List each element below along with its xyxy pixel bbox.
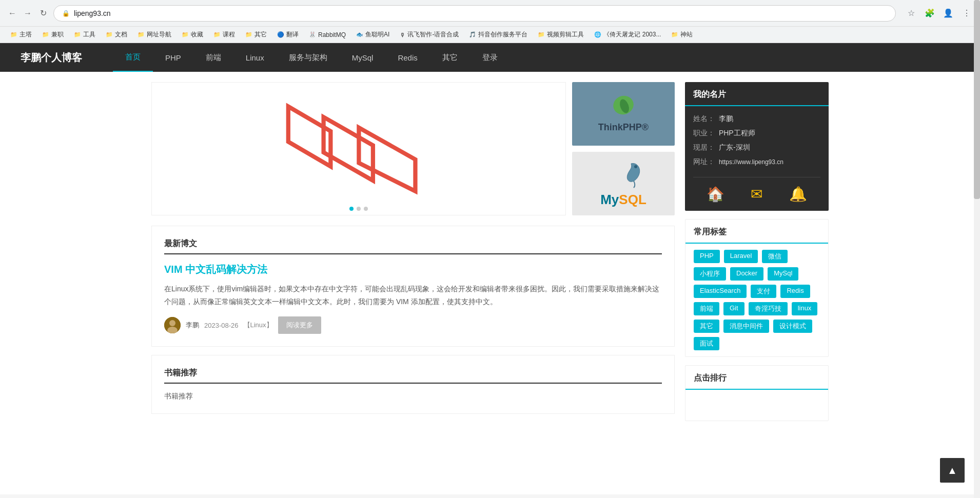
nav-linux[interactable]: Linux: [233, 43, 277, 72]
website-row: 网址： https://www.lipeng93.cn: [693, 157, 820, 167]
tag-laravel[interactable]: Laravel: [724, 250, 758, 263]
url-text: lipeng93.cn: [74, 9, 887, 17]
bookmark-kecheng[interactable]: 📁 课程: [209, 29, 239, 40]
site-logo[interactable]: 李鹏个人博客: [21, 51, 82, 65]
back-button[interactable]: ←: [6, 7, 18, 19]
tag-miniprogram[interactable]: 小程序: [694, 267, 726, 281]
bookmark-gongju[interactable]: 📁 工具: [70, 29, 100, 40]
location-row: 现居： 广东-深圳: [693, 143, 820, 152]
read-more-button[interactable]: 阅读更多: [278, 316, 321, 334]
tag-interview[interactable]: 面试: [694, 337, 719, 350]
folder-icon: 📁: [213, 31, 221, 38]
tag-weixin[interactable]: 微信: [762, 250, 788, 263]
nav-links: 首页 PHP 前端 Linux 服务与架构 MySql Redis 其它 登录: [113, 43, 510, 72]
dot-3[interactable]: [364, 207, 368, 211]
folder-icon: 📁: [245, 31, 252, 38]
bookmark-wangzhi[interactable]: 📁 网址导航: [133, 29, 175, 40]
mysql-card[interactable]: MySQL: [572, 152, 675, 215]
mysql-orange: SQL: [619, 192, 646, 207]
site-nav: 李鹏个人博客 首页 PHP 前端 Linux 服务与架构 MySql Redis…: [0, 43, 980, 72]
tag-redis[interactable]: Redis: [780, 285, 810, 298]
dot-2[interactable]: [357, 207, 361, 211]
job-row: 职业： PHP工程师: [693, 129, 820, 138]
post-date: 2023-08-26: [204, 322, 239, 329]
back-to-top-button[interactable]: ▲: [940, 458, 965, 483]
folder-icon: 📁: [671, 31, 678, 38]
folder-icon: 📁: [182, 31, 189, 38]
tag-elasticsearch[interactable]: ElasticSearch: [694, 285, 747, 298]
tag-php[interactable]: PHP: [694, 250, 720, 263]
folder-icon: 📁: [42, 31, 49, 38]
nav-other[interactable]: 其它: [430, 43, 470, 72]
bookmark-video[interactable]: 📁 视频剪辑工具: [534, 29, 588, 40]
nav-home[interactable]: 首页: [113, 43, 153, 72]
bookmark-qita[interactable]: 📁 其它: [241, 29, 271, 40]
content-area: ThinkPHP® MySQL: [151, 82, 675, 429]
tag-docker[interactable]: Docker: [730, 267, 763, 281]
bookmark-shenzhan[interactable]: 📁 神站: [667, 29, 697, 40]
nav-redis[interactable]: Redis: [385, 43, 429, 72]
ranking-header: 点击排行: [685, 366, 828, 390]
bookmark-fanyi[interactable]: 🔵 翻译: [273, 29, 303, 40]
nav-php[interactable]: PHP: [153, 43, 193, 72]
tag-frontend[interactable]: 前端: [694, 302, 719, 315]
scrollbar-thumb[interactable]: [974, 0, 980, 199]
nav-frontend[interactable]: 前端: [193, 43, 233, 72]
thinkphp-card[interactable]: ThinkPHP®: [572, 82, 675, 146]
tag-mq[interactable]: 消息中间件: [723, 320, 769, 333]
bookmark-wendang[interactable]: 📁 文档: [102, 29, 131, 40]
tag-linux[interactable]: linux: [792, 302, 818, 315]
post-meta: 李鹏 2023-08-26 【Linux】 阅读更多: [164, 316, 662, 334]
address-bar[interactable]: 🔒 lipeng93.cn: [53, 5, 896, 22]
author-name: 李鹏: [186, 321, 199, 330]
bookmark-shoucang[interactable]: 📁 收藏: [178, 29, 207, 40]
dot-1[interactable]: [349, 207, 354, 211]
menu-button[interactable]: ⋮: [959, 6, 974, 21]
bookmark-yitian[interactable]: 🌐 《倚天屠龙记 2003...: [590, 29, 665, 40]
tag-tricks[interactable]: 奇淫巧技: [749, 302, 788, 315]
browser-chrome: ← → ↻ 🔒 lipeng93.cn ☆ 🧩 👤 ⋮: [0, 0, 980, 27]
tag-zhifu[interactable]: 支付: [751, 285, 776, 298]
thinkphp-text: ThinkPHP®: [598, 122, 649, 133]
extensions-button[interactable]: 🧩: [923, 6, 937, 21]
sidebar: 我的名片 姓名： 李鹏 职业： PHP工程师 现居： 广东-深圳: [685, 82, 829, 429]
bookmark-yucongming[interactable]: 🐟 鱼聪明AI: [352, 29, 394, 40]
forward-button[interactable]: →: [22, 7, 34, 19]
email-icon[interactable]: ✉: [751, 186, 762, 203]
bookmark-zhuta[interactable]: 📁 主塔: [6, 29, 36, 40]
nav-services[interactable]: 服务与架构: [277, 43, 340, 72]
bookmarks-bar: 📁 主塔 📁 兼职 📁 工具 📁 文档 📁 网址导航 📁 收藏 📁 课程 📁 其…: [0, 27, 980, 43]
nav-login[interactable]: 登录: [470, 43, 510, 72]
site-wrapper: 李鹏个人博客 首页 PHP 前端 Linux 服务与架构 MySql Redis…: [0, 43, 980, 494]
hero-section: ThinkPHP® MySQL: [151, 82, 675, 215]
nav-buttons: ← → ↻: [6, 7, 49, 19]
post-excerpt: 在Linux系统下，使用vim编辑器时，如果文本中存在中文字符，可能会出现乱码现…: [164, 283, 662, 308]
fish-icon: 🐟: [356, 31, 363, 38]
folder-icon: 📁: [74, 31, 81, 38]
mysql-blue: My: [600, 192, 619, 207]
bookmark-rabbitmq[interactable]: 🐰 RabbitMQ: [305, 30, 350, 39]
bookmark-jianzhi[interactable]: 📁 兼职: [38, 29, 68, 40]
bookmark-xunfei[interactable]: 🎙 讯飞智作-语音合成: [396, 29, 463, 40]
job-value: PHP工程师: [719, 129, 755, 137]
laravel-logo: [152, 83, 565, 215]
hero-slider[interactable]: [151, 82, 566, 215]
home-icon[interactable]: 🏠: [707, 186, 724, 203]
profile-button[interactable]: 👤: [941, 6, 955, 21]
refresh-button[interactable]: ↻: [37, 7, 49, 19]
tag-design[interactable]: 设计模式: [773, 320, 812, 333]
location-label: 现居：: [693, 143, 715, 151]
post-title[interactable]: VIM 中文乱码解决方法: [164, 263, 662, 276]
video-icon: 📁: [538, 31, 545, 38]
mic-icon: 🎙: [400, 32, 405, 38]
tag-other[interactable]: 其它: [694, 320, 719, 333]
star-button[interactable]: ☆: [904, 6, 918, 21]
folder-icon: 📁: [138, 31, 145, 38]
scrollbar-track[interactable]: [974, 0, 980, 494]
ranking-body: [685, 390, 828, 421]
bell-icon[interactable]: 🔔: [789, 186, 807, 203]
tag-git[interactable]: Git: [723, 302, 744, 315]
tag-mysql[interactable]: MySql: [768, 267, 798, 281]
bookmark-douyin[interactable]: 🎵 抖音创作服务平台: [465, 29, 532, 40]
nav-mysql[interactable]: MySql: [340, 43, 386, 72]
